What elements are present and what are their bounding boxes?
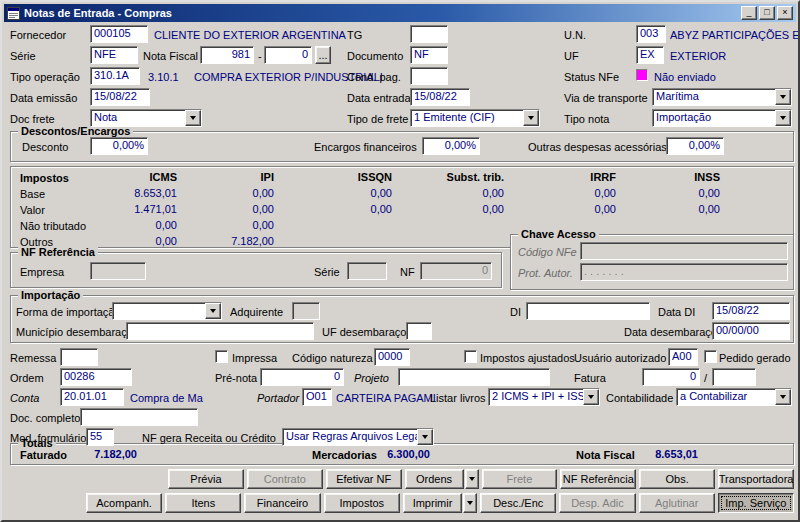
forma-importacao-arrow[interactable]	[205, 303, 221, 319]
fatura-parcela-field[interactable]	[712, 368, 756, 386]
impostos-col-issqn: ISSQN	[302, 171, 392, 184]
listar-livros-arrow[interactable]	[583, 389, 599, 405]
data-entrada-field[interactable]: 15/08/22	[410, 88, 470, 106]
nf-referencia-button[interactable]: NF Referência	[560, 469, 636, 489]
fornecedor-field[interactable]: 000105	[90, 25, 148, 43]
contabilidade-label: Contabilidade	[606, 391, 673, 405]
imp-servico-button[interactable]: Imp. Serviço	[718, 493, 794, 513]
tipo-nota-value: Importação	[656, 111, 711, 123]
financeiro-button[interactable]: Financeiro	[244, 493, 320, 513]
impostos-outros-ipi: 7.182,00	[184, 235, 274, 248]
impostos-base-issqn: 0,00	[302, 187, 392, 200]
tipo-operacao-field[interactable]: 310.1A	[90, 67, 140, 85]
impostos-valor-icms: 1.471,01	[87, 203, 177, 216]
tipo-nota-select[interactable]: Importação	[652, 109, 792, 127]
data-emissao-field[interactable]: 15/08/22	[90, 88, 150, 106]
conta-field[interactable]: 20.01.01	[60, 388, 124, 406]
documento-field[interactable]: NF	[410, 46, 448, 64]
nfref-nf-label: NF	[400, 265, 415, 279]
contabilidade-value: a Contabilizar	[680, 390, 747, 402]
ordem-field[interactable]: 00286	[60, 368, 132, 386]
fornecedor-description: CLIENTE DO EXTERIOR ARGENTINA	[154, 28, 346, 42]
desconto-field[interactable]: 0,00%	[90, 137, 148, 155]
via-transporte-arrow[interactable]	[775, 89, 791, 105]
serie-field[interactable]: NFE	[90, 46, 138, 64]
nf-gera-arrow[interactable]	[417, 429, 433, 445]
doc-frete-arrow[interactable]	[185, 110, 201, 126]
remessa-field[interactable]	[60, 348, 98, 366]
data-di-field[interactable]: 15/08/22	[712, 302, 790, 320]
pre-nota-field[interactable]: 0	[260, 368, 344, 386]
tipo-frete-select[interactable]: 1 Emitente (CIF)	[410, 109, 540, 127]
codigo-natureza-label: Código natureza	[292, 351, 373, 365]
di-field[interactable]	[526, 302, 650, 320]
impostos-button[interactable]: Impostos	[324, 493, 400, 513]
uf-field[interactable]: EX	[636, 46, 664, 64]
contabilidade-select[interactable]: a Contabilizar	[676, 388, 792, 406]
doc-completo-field[interactable]	[80, 408, 198, 426]
nota-fiscal-numero-field[interactable]: 981	[200, 46, 254, 64]
desc-enc-button[interactable]: Desc./Enc	[480, 493, 556, 513]
mod-formulario-field[interactable]: 55	[86, 428, 114, 446]
portador-field[interactable]: O01	[302, 388, 332, 406]
maximize-button[interactable]: □	[759, 6, 775, 20]
data-desembaraco-field[interactable]: 00/00/00	[712, 322, 790, 340]
tipo-frete-arrow[interactable]	[523, 110, 539, 126]
title-bar: Notas de Entrada - Compras _ □ ×	[4, 4, 796, 22]
cond-pag-field[interactable]	[410, 67, 448, 85]
municipio-desembaraco-field[interactable]	[126, 322, 314, 340]
impostos-ajustados-checkbox[interactable]	[464, 350, 477, 363]
forma-importacao-label: Forma de importação	[16, 305, 121, 319]
un-field[interactable]: 003	[636, 25, 666, 43]
listar-livros-select[interactable]: 2 ICMS + IPI + ISS	[488, 388, 600, 406]
impressa-label: Impressa	[232, 351, 277, 365]
uf-desembaraco-field[interactable]	[406, 322, 432, 340]
contabilidade-arrow[interactable]	[775, 389, 791, 405]
tipo-nota-arrow[interactable]	[775, 110, 791, 126]
nf-gera-select[interactable]: Usar Regras Arquivos Legais	[282, 428, 434, 446]
nota-fiscal-browse-button[interactable]: ...	[315, 46, 331, 64]
nota-fiscal-sufixo-field[interactable]: 0	[264, 46, 312, 64]
impostos-col-subst-trib: Subst. trib.	[414, 171, 504, 184]
nota-fiscal-total-value: 8.653,01	[636, 448, 698, 461]
ordens-button[interactable]: Ordens	[405, 469, 464, 489]
forma-importacao-select[interactable]	[112, 302, 222, 320]
encargos-field[interactable]: 0,00%	[422, 137, 480, 155]
documento-label: Documento	[347, 49, 403, 63]
imprimir-dropdown-button[interactable]	[463, 493, 477, 513]
doc-frete-select[interactable]: Nota	[90, 109, 202, 127]
conta-label: Conta	[10, 391, 39, 405]
nfe-status-swatch	[636, 69, 648, 81]
municipio-desembaraco-label: Município desembaraço	[16, 325, 133, 339]
close-button[interactable]: ×	[777, 6, 793, 20]
tipo-nota-label: Tipo nota	[564, 112, 609, 126]
usuario-autorizado-field[interactable]: A00	[668, 348, 698, 366]
nota-fiscal-separator: -	[258, 49, 262, 63]
acompanh-button[interactable]: Acompanh.	[86, 493, 162, 513]
data-emissao-label: Data emissão	[10, 91, 77, 105]
tg-field[interactable]	[410, 25, 448, 43]
codigo-natureza-field[interactable]: 0000	[374, 348, 410, 366]
fatura-field[interactable]: 0	[642, 368, 700, 386]
tipo-operacao-codigo: 3.10.1	[148, 70, 179, 84]
ordens-dropdown-button[interactable]	[465, 469, 479, 489]
window-title: Notas de Entrada - Compras	[24, 7, 739, 19]
outras-despesas-field[interactable]: 0,00%	[666, 137, 724, 155]
via-transporte-select[interactable]: Marítima	[652, 88, 792, 106]
transportadora-button[interactable]: Transportadora	[718, 469, 794, 489]
efetivar-nf-button[interactable]: Efetivar NF	[326, 469, 402, 489]
impostos-valor-issqn: 0,00	[302, 203, 392, 216]
imprimir-button[interactable]: Imprimir	[403, 493, 462, 513]
pedido-gerado-checkbox[interactable]	[704, 350, 717, 363]
importacao-legend: Importação	[18, 289, 83, 302]
nf-gera-label: NF gera Receita ou Crédito	[142, 431, 276, 445]
itens-button[interactable]: Itens	[165, 493, 241, 513]
impostos-col-inss: INSS	[630, 171, 720, 184]
impressa-checkbox[interactable]	[215, 350, 228, 363]
previa-button[interactable]: Prévia	[168, 469, 244, 489]
obs-button[interactable]: Obs.	[639, 469, 715, 489]
projeto-field[interactable]	[398, 368, 550, 386]
portador-label: Portador	[257, 391, 299, 405]
ordem-label: Ordem	[10, 371, 44, 385]
minimize-button[interactable]: _	[741, 6, 757, 20]
